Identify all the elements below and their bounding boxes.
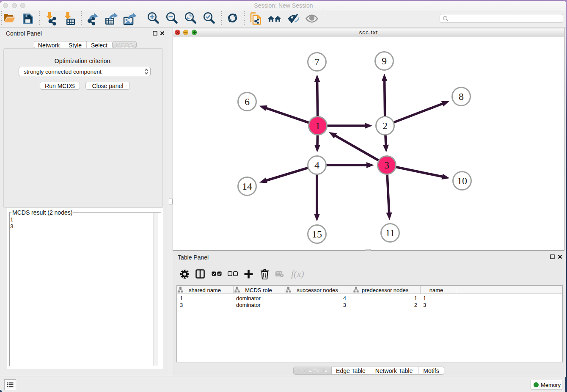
svg-text:2: 2: [383, 120, 388, 131]
svg-text:3: 3: [384, 160, 389, 171]
svg-text:6: 6: [245, 96, 250, 107]
svg-text:11: 11: [385, 227, 395, 238]
svg-text:9: 9: [382, 55, 387, 66]
svg-text:1: 1: [315, 120, 320, 131]
svg-text:10: 10: [457, 175, 467, 186]
svg-text:15: 15: [312, 229, 322, 240]
svg-text:7: 7: [314, 56, 319, 67]
svg-text:8: 8: [459, 91, 464, 102]
svg-text:4: 4: [314, 160, 319, 171]
svg-text:14: 14: [242, 181, 252, 192]
